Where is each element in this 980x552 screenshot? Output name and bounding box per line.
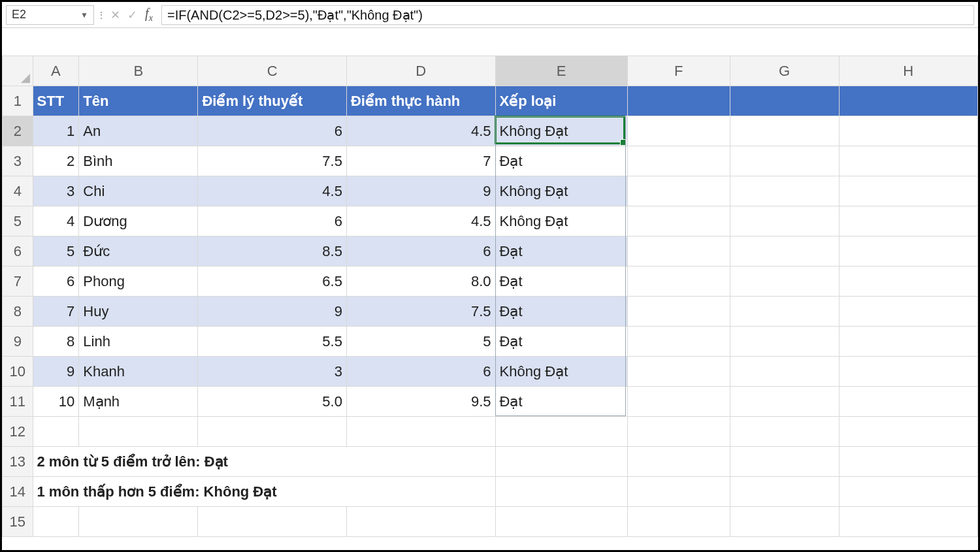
row-head-15[interactable]: 15 <box>3 507 33 537</box>
cell-E5[interactable]: Không Đạt <box>495 206 627 236</box>
cell-E7[interactable]: Đạt <box>495 267 627 297</box>
cell-H8[interactable] <box>839 297 978 327</box>
cell-G11[interactable] <box>730 387 839 417</box>
cell-E11[interactable]: Đạt <box>495 387 627 417</box>
col-head-C[interactable]: C <box>198 56 347 86</box>
cell-E3[interactable]: Đạt <box>495 146 627 176</box>
cell-G1[interactable] <box>730 86 839 116</box>
cell-C11[interactable]: 5.0 <box>198 387 347 417</box>
cell-D5[interactable]: 4.5 <box>346 206 495 236</box>
cell-H12[interactable] <box>839 417 978 447</box>
cell-H4[interactable] <box>839 176 978 206</box>
worksheet[interactable]: A B C D E F G H 1STTTênĐiểm lý thuyếtĐiể… <box>2 56 978 537</box>
col-head-G[interactable]: G <box>730 56 839 86</box>
cell-F2[interactable] <box>627 116 730 146</box>
row-head-8[interactable]: 8 <box>3 297 33 327</box>
formula-input[interactable]: =IF(AND(C2>=5,D2>=5),"Đạt","Không Đạt") <box>161 5 974 25</box>
cell-B2[interactable]: An <box>79 116 198 146</box>
cell-G15[interactable] <box>730 507 839 537</box>
row-head-6[interactable]: 6 <box>3 236 33 267</box>
cell-D1[interactable]: Điểm thực hành <box>346 86 495 116</box>
row-head-4[interactable]: 4 <box>3 176 33 206</box>
row-head-2[interactable]: 2 <box>3 116 33 146</box>
row-head-12[interactable]: 12 <box>3 417 33 447</box>
cell-G4[interactable] <box>730 176 839 206</box>
cell-E1[interactable]: Xếp loại <box>495 86 627 116</box>
cell-C10[interactable]: 3 <box>198 357 347 387</box>
cell-D3[interactable]: 7 <box>346 146 495 176</box>
cell-C3[interactable]: 7.5 <box>198 146 347 176</box>
cell-G10[interactable] <box>730 357 839 387</box>
cell-A6[interactable]: 5 <box>33 236 79 267</box>
cell-E9[interactable]: Đạt <box>495 327 627 357</box>
cell-H13[interactable] <box>839 447 978 477</box>
cell-D15[interactable] <box>346 507 495 537</box>
cell-B5[interactable]: Dương <box>79 206 198 236</box>
spreadsheet-grid[interactable]: A B C D E F G H 1STTTênĐiểm lý thuyếtĐiể… <box>2 56 978 537</box>
cell-A2[interactable]: 1 <box>33 116 79 146</box>
cell-C4[interactable]: 4.5 <box>198 176 347 206</box>
cell-E8[interactable]: Đạt <box>495 297 627 327</box>
cell-D8[interactable]: 7.5 <box>346 297 495 327</box>
row-head-3[interactable]: 3 <box>3 146 33 176</box>
cell-G5[interactable] <box>730 206 839 236</box>
cell-E4[interactable]: Không Đạt <box>495 176 627 206</box>
cell-A12[interactable] <box>33 417 79 447</box>
cell-C1[interactable]: Điểm lý thuyết <box>198 86 347 116</box>
accept-formula-button[interactable]: ✓ <box>123 7 140 24</box>
cell-F10[interactable] <box>627 357 730 387</box>
cell-B8[interactable]: Huy <box>79 297 198 327</box>
cell-C2[interactable]: 6 <box>198 116 347 146</box>
cell-E12[interactable] <box>495 417 627 447</box>
select-all-cell[interactable] <box>3 56 33 86</box>
cell-H15[interactable] <box>839 507 978 537</box>
cell-A5[interactable]: 4 <box>33 206 79 236</box>
cell-G9[interactable] <box>730 327 839 357</box>
col-head-A[interactable]: A <box>33 56 79 86</box>
cell-D2[interactable]: 4.5 <box>346 116 495 146</box>
cell-B6[interactable]: Đức <box>79 236 198 267</box>
cell-B11[interactable]: Mạnh <box>79 387 198 417</box>
cell-A9[interactable]: 8 <box>33 327 79 357</box>
cell-H5[interactable] <box>839 206 978 236</box>
cell-F3[interactable] <box>627 146 730 176</box>
cell-G14[interactable] <box>730 477 839 507</box>
cell-H14[interactable] <box>839 477 978 507</box>
cell-F5[interactable] <box>627 206 730 236</box>
cell-H1[interactable] <box>839 86 978 116</box>
cell-C12[interactable] <box>198 417 347 447</box>
cell-F9[interactable] <box>627 327 730 357</box>
cell-E13[interactable] <box>495 447 627 477</box>
cell-A8[interactable]: 7 <box>33 297 79 327</box>
cell-F4[interactable] <box>627 176 730 206</box>
cell-A13[interactable]: 2 môn từ 5 điểm trở lên: Đạt <box>33 447 495 477</box>
name-box[interactable]: E2 ▼ <box>6 5 94 25</box>
cell-C6[interactable]: 8.5 <box>198 236 347 267</box>
cell-F8[interactable] <box>627 297 730 327</box>
row-head-5[interactable]: 5 <box>3 206 33 236</box>
cell-F13[interactable] <box>627 447 730 477</box>
cell-F12[interactable] <box>627 417 730 447</box>
row-head-11[interactable]: 11 <box>3 387 33 417</box>
cell-F15[interactable] <box>627 507 730 537</box>
cell-B4[interactable]: Chi <box>79 176 198 206</box>
cell-G12[interactable] <box>730 417 839 447</box>
cell-E15[interactable] <box>495 507 627 537</box>
cell-B9[interactable]: Linh <box>79 327 198 357</box>
cell-A14[interactable]: 1 môn thấp hơn 5 điểm: Không Đạt <box>33 477 495 507</box>
row-head-10[interactable]: 10 <box>3 357 33 387</box>
cell-C5[interactable]: 6 <box>198 206 347 236</box>
cell-D10[interactable]: 6 <box>346 357 495 387</box>
cell-A10[interactable]: 9 <box>33 357 79 387</box>
cell-G13[interactable] <box>730 447 839 477</box>
cell-A7[interactable]: 6 <box>33 267 79 297</box>
col-head-B[interactable]: B <box>79 56 198 86</box>
cell-F6[interactable] <box>627 236 730 267</box>
cell-A1[interactable]: STT <box>33 86 79 116</box>
cell-G2[interactable] <box>730 116 839 146</box>
row-head-13[interactable]: 13 <box>3 447 33 477</box>
cell-B12[interactable] <box>79 417 198 447</box>
cell-C7[interactable]: 6.5 <box>198 267 347 297</box>
cell-D12[interactable] <box>346 417 495 447</box>
cell-H6[interactable] <box>839 236 978 267</box>
